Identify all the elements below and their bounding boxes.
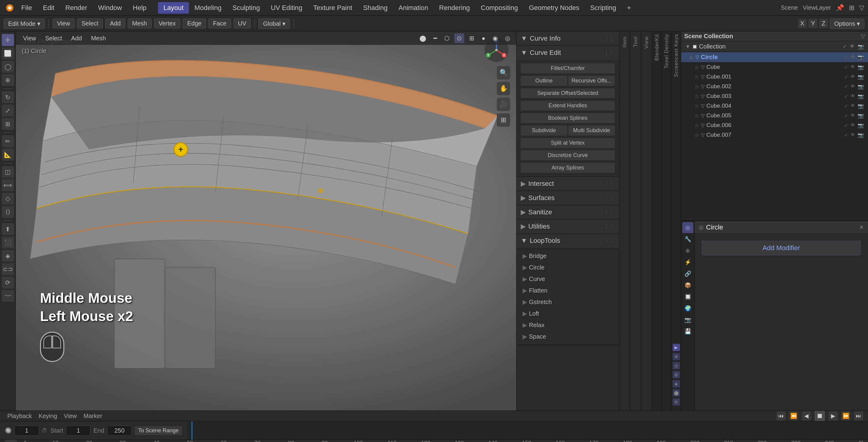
outliner-item-cube006[interactable]: ▷ ▽ Cube.006 ✓ 👁 📷 [681,120,868,130]
bridge-item[interactable]: ▶ Bridge [517,250,619,262]
separate-btn[interactable]: Separate Offset/Selected [521,88,615,98]
circle-vis-render[interactable]: 📷 [858,54,864,60]
workspace-layout[interactable]: Layout [158,2,189,13]
cube001-vis-check[interactable]: ✓ [844,74,848,80]
overlay-btn[interactable]: ⊙ [454,33,464,43]
split-vertex-btn[interactable]: Split at Vertex [521,138,615,148]
cube007-vis-render[interactable]: 📷 [858,132,864,138]
props-render-icon[interactable]: 📷 [682,314,693,325]
sanitize-dots[interactable]: ⋮⋮ [604,209,615,216]
face-select-mode[interactable]: ⬡ [442,33,452,43]
view-menu-timeline[interactable]: View [61,411,79,421]
hand-tool-btn[interactable]: ✋ [497,82,510,95]
props-modifier-icon[interactable]: 🔧 [682,234,693,245]
looptools-dots[interactable]: ⋮⋮ [604,238,615,244]
cube004-vis-check[interactable]: ✓ [844,103,848,109]
workspace-geometry-nodes[interactable]: Geometry Nodes [524,2,585,13]
texel-label[interactable]: Texel Density [662,32,671,71]
cursor-tool[interactable]: ✛ [2,34,14,46]
bridge-tool[interactable]: ⊂⊃ [2,263,14,275]
annotate-tool[interactable]: ✏ [2,135,14,147]
z-axis-btn[interactable]: Z [819,19,828,28]
play-back-btn[interactable]: ◀ [802,411,811,420]
cube003-vis-check[interactable]: ✓ [844,93,848,99]
vp-add-btn[interactable]: Add [68,34,86,43]
knife-tool[interactable]: ◇ [2,192,14,204]
cube001-vis-eye[interactable]: 👁 [850,74,855,80]
camera-btn[interactable]: 🎥 [497,98,510,111]
menu-render[interactable]: Render [60,2,93,13]
looptools-header[interactable]: ▼ LoopTools ⋮⋮ [517,234,619,248]
props-constraints-icon[interactable]: 🔗 [682,268,693,279]
cube002-vis-eye[interactable]: 👁 [850,84,855,89]
select-circle-tool[interactable]: ◯ [2,61,14,73]
curve-edit-header[interactable]: ▼ Curve Edit ⋮⋮ [517,46,619,60]
loft-item[interactable]: ▶ Loft [517,308,619,319]
props-object-data-icon[interactable]: ◎ [682,222,693,233]
circle-vis-eye[interactable]: 👁 [850,54,855,60]
intersect-header[interactable]: ▶ Intersect ⋮⋮ [517,177,619,191]
scale-tool[interactable]: ⤢ [2,104,14,117]
menu-file[interactable]: File [16,2,37,13]
xray-btn[interactable]: ⊞ [467,33,477,43]
vp-mesh-btn[interactable]: Mesh [87,34,110,43]
workspace-sculpting[interactable]: Sculpting [227,2,266,13]
shading-material[interactable]: ◉ [490,33,500,43]
workspace-modeling[interactable]: Modeling [189,2,227,13]
add-menu[interactable]: Add [105,19,125,29]
layout-icon[interactable]: ⊞ [849,4,854,12]
vertex-select-mode[interactable]: ⬤ [417,33,429,43]
item-label[interactable]: Item [621,34,629,50]
face-menu[interactable]: Face [208,19,231,29]
outliner-filter-icon[interactable]: ▽ [861,33,865,40]
view-label[interactable]: View [642,34,651,51]
screencast-icon1[interactable]: ▶ [673,344,680,351]
start-frame-input[interactable] [66,425,90,436]
edge-select-mode[interactable]: ━ [431,33,439,43]
workspace-compositing[interactable]: Compositing [475,2,523,13]
curve-edit-dots[interactable]: ⋮⋮ [604,50,615,56]
scene-selector[interactable]: Scene [781,4,798,11]
keying-menu[interactable]: Keying [36,411,59,421]
cube005-vis-check[interactable]: ✓ [844,113,848,119]
props-physics-icon[interactable]: ⚡ [682,257,693,268]
vertex-menu[interactable]: Vertex [154,19,181,29]
filter-icon[interactable]: ▽ [859,4,864,12]
props-particles-icon[interactable]: ⊕ [682,245,693,256]
mode-selector[interactable]: Edit Mode ▾ [4,19,45,29]
props-close-icon[interactable]: ✕ [859,224,864,231]
cube004-vis-render[interactable]: 📷 [858,103,864,109]
edge-menu[interactable]: Edge [183,19,206,29]
workspace-uv-editing[interactable]: UV Editing [266,2,308,13]
bevel-tool[interactable]: ◈ [2,250,14,262]
outliner-item-cube007[interactable]: ▷ ▽ Cube.007 ✓ 👁 📷 [681,130,868,140]
array-splines-btn[interactable]: Array Splines [521,163,615,173]
outliner-item-cube005[interactable]: ▷ ▽ Cube.005 ✓ 👁 📷 [681,110,868,120]
playback-menu[interactable]: Playback [5,411,34,421]
bisect-tool[interactable]: ⟨⟩ [2,206,14,218]
space-item[interactable]: ▶ Space [517,331,619,342]
select-box-tool[interactable]: ⬜ [2,47,14,59]
cube-vis-check[interactable]: ✓ [844,64,848,70]
loop-cut-tool[interactable]: ◫ [2,166,14,178]
utilities-dots[interactable]: ⋮⋮ [604,223,615,230]
collection-row[interactable]: ▼ 🔲 Collection ✓ 👁 📷 [681,41,868,52]
move-tool[interactable]: ⊕ [2,74,14,86]
shading-solid[interactable]: ● [479,34,488,43]
screencast-label[interactable]: Screencast Keys [672,32,681,80]
surfaces-header[interactable]: ▶ Surfaces ⋮⋮ [517,191,619,205]
menu-edit[interactable]: Edit [37,2,60,13]
x-axis-btn[interactable]: X [798,19,807,28]
view-menu[interactable]: View [53,19,74,29]
props-output-icon[interactable]: 💾 [682,326,693,337]
collection-vis-eye[interactable]: 👁 [850,44,855,50]
screencast-icon5[interactable]: ◈ [673,380,680,387]
curve-info-dots[interactable]: ⋮⋮ [604,35,615,42]
surfaces-dots[interactable]: ⋮⋮ [604,195,615,201]
end-frame-input[interactable] [107,425,132,436]
recursive-offs-btn[interactable]: Recursive Offs... [568,76,615,86]
timeline-ruler[interactable] [187,421,868,440]
screencast-icon3[interactable]: ◎ [673,362,680,369]
curve-item[interactable]: ▶ Curve [517,273,619,285]
jump-to-start-btn[interactable]: ⏮ [776,411,785,420]
